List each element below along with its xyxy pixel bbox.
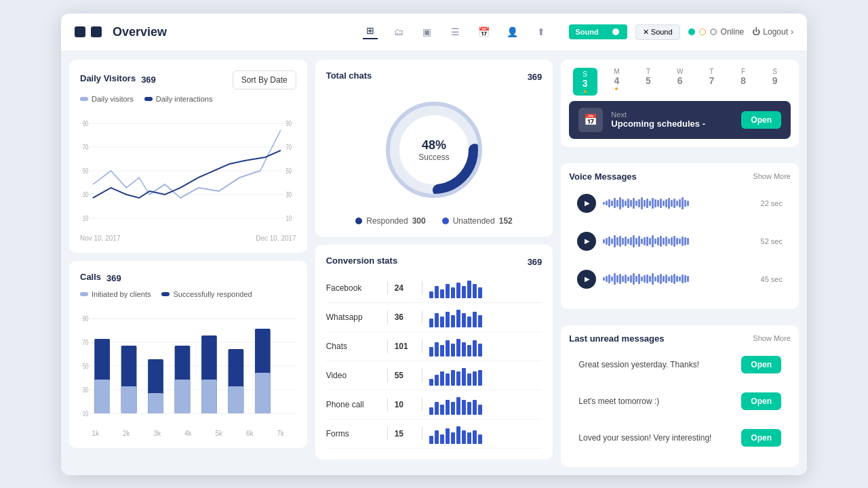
nav-grid-icon[interactable]: ⊞ <box>363 24 378 39</box>
voice-message-2: ▶ 45 sec <box>569 263 791 296</box>
calendar-day-8[interactable]: F8 <box>731 68 755 96</box>
play-btn-2[interactable]: ▶ <box>577 270 596 289</box>
sort-by-date-btn[interactable]: Sort By Date <box>233 70 296 89</box>
unread-text-1: Let's meet tomorrow :) <box>578 396 659 406</box>
sound-toggle-switch[interactable] <box>601 27 620 37</box>
svg-rect-34 <box>201 380 217 413</box>
last-unread-header: Last unread messages Show More <box>569 333 791 344</box>
daily-visitors-count: 369 <box>141 75 156 85</box>
conv-row-2: Chats 101 <box>326 332 542 361</box>
svg-text:30: 30 <box>285 190 291 198</box>
top-bar: Overview ⊞ 🗂 ▣ ☰ 📅 👤 ⬆ Sound ✕ Sound Onl… <box>61 14 807 52</box>
schedule-text: Next Upcoming schedules - <box>611 110 733 129</box>
play-btn-0[interactable]: ▶ <box>577 194 596 213</box>
conv-row-3: Video 55 <box>326 361 542 390</box>
calendar-day-7[interactable]: T7 <box>699 68 724 96</box>
nav-calendar-icon[interactable]: 📅 <box>477 24 492 39</box>
total-chats-card: Total chats 369 48% Success <box>315 60 553 237</box>
conv-row-4: Phone call 10 <box>326 390 542 420</box>
unread-text-0: Great session yesterday. Thanks! <box>578 360 699 369</box>
status-dot-gray <box>710 28 717 35</box>
conv-row-0: Facebook 24 <box>326 274 542 303</box>
daily-visitors-card: Daily Visitors 369 Sort By Date Daily vi… <box>69 60 307 253</box>
bar-chart-labels: 1k 2k 3k 4k 5k 6k 7k <box>80 430 296 437</box>
calendar-day-6[interactable]: W6 <box>668 68 692 96</box>
schedule-card: 📅 Next Upcoming schedules - Open <box>569 101 791 139</box>
legend-interactions-dot <box>144 97 153 101</box>
voice-messages-card: Voice Messages Show More ▶ 22 sec ▶ 52 s… <box>561 163 799 309</box>
window-control-2[interactable] <box>91 26 102 37</box>
last-unread-title: Last unread messages <box>569 333 664 344</box>
calls-card: Calls 369 Initiated by clients Successfu… <box>69 261 307 448</box>
line-chart: 90 70 50 30 10 90 70 50 30 10 <box>80 110 296 232</box>
svg-text:10: 10 <box>285 214 291 222</box>
svg-text:50: 50 <box>285 167 291 174</box>
responded-row: Responded 300 Unattended 152 <box>355 216 513 226</box>
svg-text:50: 50 <box>83 167 88 174</box>
play-btn-1[interactable]: ▶ <box>577 232 596 251</box>
waveform-2 <box>603 270 753 289</box>
unread-text-2: Loved your session! Very interesting! <box>578 433 711 443</box>
svg-rect-32 <box>175 380 191 413</box>
unread-open-btn-1[interactable]: Open <box>741 392 781 410</box>
calendar-card: S3M4T5W6T7F8S9 📅 Next Upcoming schedules… <box>561 60 799 147</box>
voice-message-0: ▶ 22 sec <box>569 187 791 220</box>
unread-open-btn-2[interactable]: Open <box>741 429 781 447</box>
calendar-day-4[interactable]: M4 <box>604 68 629 96</box>
nav-upload-icon[interactable]: ⬆ <box>534 24 549 39</box>
calendar-day-5[interactable]: T5 <box>636 68 660 96</box>
nav-user-icon[interactable]: 👤 <box>505 24 520 39</box>
unread-message-2: Loved your session! Very interesting! Op… <box>569 422 791 453</box>
svg-text:70: 70 <box>83 143 88 150</box>
nav-icons: ⊞ 🗂 ▣ ☰ 📅 👤 ⬆ <box>363 24 549 39</box>
conversion-stats-title: Conversion stats <box>326 256 397 266</box>
calls-legend: Initiated by clients Successfully respon… <box>80 290 296 298</box>
svg-text:10: 10 <box>83 214 88 222</box>
calendar-day-9[interactable]: S9 <box>763 68 787 96</box>
waveform-0 <box>603 194 753 213</box>
top-right: Sound ✕ Sound Online ⏻ Logout › <box>569 24 793 40</box>
svg-rect-28 <box>121 386 137 413</box>
conv-row-5: Forms 15 <box>326 420 542 449</box>
unread-open-btn-0[interactable]: Open <box>741 356 781 373</box>
conv-row-1: Whatsapp 36 <box>326 303 542 332</box>
svg-text:50: 50 <box>83 362 88 369</box>
app-title: Overview <box>113 25 167 39</box>
bar-chart: 90 70 50 30 10 <box>80 305 296 427</box>
voice-show-more[interactable]: Show More <box>753 172 791 180</box>
calendar-days: S3M4T5W6T7F8S9 <box>569 68 791 96</box>
nav-list-icon[interactable]: ☰ <box>448 24 463 39</box>
left-column: Daily Visitors 369 Sort By Date Daily vi… <box>69 60 307 467</box>
unread-show-more[interactable]: Show More <box>753 334 791 342</box>
svg-text:30: 30 <box>83 190 88 198</box>
calls-count: 369 <box>106 273 121 283</box>
svg-text:70: 70 <box>83 338 88 346</box>
svg-text:90: 90 <box>83 119 88 127</box>
total-chats-title: Total chats <box>326 70 372 81</box>
donut-label: 48% Success <box>418 138 449 161</box>
svg-rect-30 <box>148 393 163 413</box>
window-control-1[interactable] <box>75 26 85 37</box>
svg-text:30: 30 <box>83 386 88 393</box>
donut-chart: 48% Success <box>380 96 488 204</box>
chart-dates: Nov 10, 2017 Dec 10, 2017 <box>80 235 296 242</box>
x-sound-btn[interactable]: ✕ Sound <box>635 24 680 40</box>
nav-video-icon[interactable]: ▣ <box>420 24 435 39</box>
svg-rect-26 <box>94 380 110 413</box>
calendar-day-3[interactable]: S3 <box>573 68 597 96</box>
voice-duration-2: 45 sec <box>761 275 783 283</box>
voice-duration-0: 22 sec <box>761 199 783 207</box>
main-content: Daily Visitors 369 Sort By Date Daily vi… <box>61 52 807 475</box>
legend-interactions: Daily interactions <box>144 95 213 103</box>
unattended-item: Unattended 152 <box>442 216 513 226</box>
voice-messages-title: Voice Messages <box>569 171 636 182</box>
legend-visitors: Daily visitors <box>80 95 134 103</box>
conversion-stats-count: 369 <box>528 257 542 267</box>
schedule-open-btn[interactable]: Open <box>741 111 781 129</box>
nav-folder-icon[interactable]: 🗂 <box>391 24 406 39</box>
sound-toggle-btn[interactable]: Sound <box>569 24 627 39</box>
schedule-icon: 📅 <box>578 108 603 132</box>
logout-btn[interactable]: ⏻ Logout › <box>752 27 793 37</box>
svg-text:90: 90 <box>285 119 291 127</box>
status-indicators: Online <box>688 27 745 37</box>
